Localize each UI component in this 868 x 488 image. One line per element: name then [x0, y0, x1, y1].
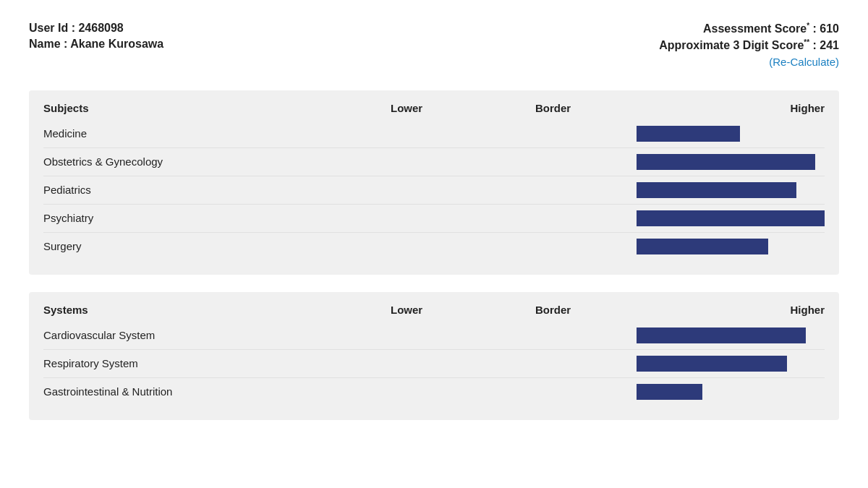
subjects-col-higher: Higher — [680, 102, 825, 114]
systems-col-higher: Higher — [680, 304, 825, 316]
score-bar — [637, 210, 825, 226]
table-row: Medicine — [43, 120, 825, 147]
bar-area — [391, 350, 825, 377]
assessment-score-value: : 610 — [813, 22, 839, 35]
table-row: Obstetrics & Gynecology — [43, 147, 825, 176]
bar-area — [391, 120, 825, 147]
score-bar — [637, 154, 815, 170]
subject-label: Psychiatry — [43, 207, 391, 228]
subjects-col-label: Subjects — [43, 102, 391, 114]
assessment-score-label: Assessment Score — [703, 22, 807, 35]
score-info: Assessment Score* : 610 Approximate 3 Di… — [659, 22, 839, 69]
systems-col-label: Systems — [43, 304, 391, 316]
systems-rows: Cardiovascular SystemRespiratory SystemG… — [43, 322, 825, 406]
subjects-header: Subjects Lower Border Higher — [43, 102, 825, 114]
subject-label: Gastrointestinal & Nutrition — [43, 381, 391, 402]
user-info: User Id : 2468098 Name : Akane Kurosawa — [29, 22, 163, 69]
bar-area — [391, 233, 825, 260]
bar-area — [391, 176, 825, 204]
table-row: Pediatrics — [43, 176, 825, 204]
assessment-score-sup: * — [807, 22, 809, 30]
subjects-col-lower: Lower — [391, 102, 535, 114]
systems-header: Systems Lower Border Higher — [43, 304, 825, 316]
table-row: Respiratory System — [43, 349, 825, 377]
assessment-score: Assessment Score* : 610 — [659, 22, 839, 35]
user-id: User Id : 2468098 — [29, 22, 163, 35]
subjects-rows: MedicineObstetrics & GynecologyPediatric… — [43, 120, 825, 260]
subject-label: Cardiovascular System — [43, 325, 391, 346]
subject-label: Respiratory System — [43, 353, 391, 374]
bar-area — [391, 148, 825, 176]
table-row: Psychiatry — [43, 204, 825, 232]
score-bar — [637, 356, 787, 372]
recalculate-link[interactable]: (Re-Calculate) — [659, 56, 839, 69]
subjects-col-border: Border — [535, 102, 680, 114]
header: User Id : 2468098 Name : Akane Kurosawa … — [29, 22, 839, 69]
score-bar — [637, 239, 768, 254]
approx-score-value: : 241 — [813, 40, 839, 52]
approx-score-sup: ** — [804, 38, 809, 46]
approx-score: Approximate 3 Digit Score** : 241 — [659, 38, 839, 52]
user-name: Name : Akane Kurosawa — [29, 38, 163, 51]
systems-col-border: Border — [535, 304, 680, 316]
score-bar — [637, 328, 806, 343]
bar-area — [391, 205, 825, 232]
score-bar — [637, 384, 702, 400]
bar-area — [391, 378, 825, 406]
bar-area — [391, 322, 825, 349]
subjects-section: Subjects Lower Border Higher MedicineObs… — [29, 90, 839, 275]
score-bar — [637, 182, 796, 198]
subject-label: Obstetrics & Gynecology — [43, 151, 391, 172]
systems-col-lower: Lower — [391, 304, 535, 316]
table-row: Gastrointestinal & Nutrition — [43, 377, 825, 406]
subject-label: Medicine — [43, 123, 391, 144]
recalculate-button[interactable]: (Re-Calculate) — [769, 56, 839, 68]
score-bar — [637, 126, 740, 142]
approx-score-label: Approximate 3 Digit Score — [659, 40, 804, 52]
systems-section: Systems Lower Border Higher Cardiovascul… — [29, 292, 839, 420]
subject-label: Surgery — [43, 236, 391, 257]
table-row: Surgery — [43, 232, 825, 260]
subject-label: Pediatrics — [43, 179, 391, 200]
table-row: Cardiovascular System — [43, 322, 825, 349]
